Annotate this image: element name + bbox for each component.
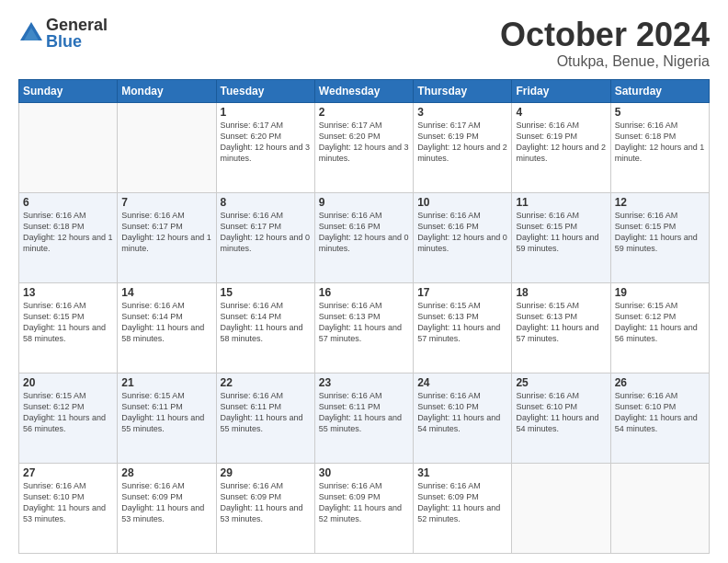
day-info: Sunrise: 6:16 AM Sunset: 6:19 PM Dayligh… [516,120,606,165]
day-number: 29 [221,466,311,479]
day-info: Sunrise: 6:15 AM Sunset: 6:12 PM Dayligh… [615,300,705,345]
day-number: 10 [417,196,507,209]
table-row: 10Sunrise: 6:16 AM Sunset: 6:16 PM Dayli… [414,192,512,282]
day-info: Sunrise: 6:16 AM Sunset: 6:10 PM Dayligh… [516,390,606,435]
day-number: 24 [417,376,507,389]
table-row: 14Sunrise: 6:16 AM Sunset: 6:14 PM Dayli… [118,282,216,373]
table-row: 26Sunrise: 6:16 AM Sunset: 6:10 PM Dayli… [610,373,709,463]
header-sunday: Sunday [19,79,118,102]
day-info: Sunrise: 6:15 AM Sunset: 6:12 PM Dayligh… [23,390,113,435]
day-number: 2 [319,106,409,119]
day-info: Sunrise: 6:17 AM Sunset: 6:20 PM Dayligh… [221,120,311,165]
day-number: 4 [516,106,606,119]
day-number: 11 [516,196,606,209]
header-monday: Monday [118,79,216,102]
table-row [118,102,216,192]
table-row: 18Sunrise: 6:15 AM Sunset: 6:13 PM Dayli… [512,282,610,373]
day-info: Sunrise: 6:17 AM Sunset: 6:20 PM Dayligh… [319,120,409,165]
table-row: 16Sunrise: 6:16 AM Sunset: 6:13 PM Dayli… [314,282,413,373]
table-row: 3Sunrise: 6:17 AM Sunset: 6:19 PM Daylig… [414,102,512,192]
calendar-week-row: 6Sunrise: 6:16 AM Sunset: 6:18 PM Daylig… [19,192,710,282]
table-row: 17Sunrise: 6:15 AM Sunset: 6:13 PM Dayli… [414,282,512,373]
table-row: 15Sunrise: 6:16 AM Sunset: 6:14 PM Dayli… [216,282,314,373]
day-info: Sunrise: 6:16 AM Sunset: 6:18 PM Dayligh… [23,210,113,255]
day-number: 5 [615,106,705,119]
day-info: Sunrise: 6:16 AM Sunset: 6:14 PM Dayligh… [121,300,211,345]
day-number: 3 [417,106,507,119]
day-info: Sunrise: 6:16 AM Sunset: 6:14 PM Dayligh… [221,300,311,345]
day-info: Sunrise: 6:16 AM Sunset: 6:10 PM Dayligh… [417,390,507,435]
calendar-table: Sunday Monday Tuesday Wednesday Thursday… [18,79,710,554]
day-number: 22 [221,376,311,389]
table-row: 13Sunrise: 6:16 AM Sunset: 6:15 PM Dayli… [19,282,118,373]
day-number: 6 [23,196,113,209]
day-number: 17 [417,286,507,299]
table-row: 19Sunrise: 6:15 AM Sunset: 6:12 PM Dayli… [610,282,709,373]
day-info: Sunrise: 6:16 AM Sunset: 6:16 PM Dayligh… [319,210,409,255]
table-row: 25Sunrise: 6:16 AM Sunset: 6:10 PM Dayli… [512,373,610,463]
day-number: 7 [121,196,211,209]
table-row: 28Sunrise: 6:16 AM Sunset: 6:09 PM Dayli… [118,463,216,553]
table-row: 22Sunrise: 6:16 AM Sunset: 6:11 PM Dayli… [216,373,314,463]
day-info: Sunrise: 6:15 AM Sunset: 6:13 PM Dayligh… [417,300,507,345]
day-number: 9 [319,196,409,209]
day-number: 21 [121,376,211,389]
title-month: October 2024 [500,17,710,53]
day-info: Sunrise: 6:15 AM Sunset: 6:13 PM Dayligh… [516,300,606,345]
table-row: 4Sunrise: 6:16 AM Sunset: 6:19 PM Daylig… [512,102,610,192]
table-row: 21Sunrise: 6:15 AM Sunset: 6:11 PM Dayli… [118,373,216,463]
day-info: Sunrise: 6:16 AM Sunset: 6:15 PM Dayligh… [615,210,705,255]
table-row: 5Sunrise: 6:16 AM Sunset: 6:18 PM Daylig… [610,102,709,192]
table-row [19,102,118,192]
header-thursday: Thursday [414,79,512,102]
day-info: Sunrise: 6:16 AM Sunset: 6:17 PM Dayligh… [121,210,211,255]
table-row: 6Sunrise: 6:16 AM Sunset: 6:18 PM Daylig… [19,192,118,282]
day-number: 28 [121,466,211,479]
table-row: 7Sunrise: 6:16 AM Sunset: 6:17 PM Daylig… [118,192,216,282]
day-number: 15 [221,286,311,299]
table-row: 11Sunrise: 6:16 AM Sunset: 6:15 PM Dayli… [512,192,610,282]
day-number: 23 [319,376,409,389]
table-row: 30Sunrise: 6:16 AM Sunset: 6:09 PM Dayli… [314,463,413,553]
day-info: Sunrise: 6:16 AM Sunset: 6:15 PM Dayligh… [23,300,113,345]
table-row: 23Sunrise: 6:16 AM Sunset: 6:11 PM Dayli… [314,373,413,463]
logo: General Blue [18,17,108,50]
day-info: Sunrise: 6:16 AM Sunset: 6:17 PM Dayligh… [221,210,311,255]
day-info: Sunrise: 6:16 AM Sunset: 6:13 PM Dayligh… [319,300,409,345]
day-number: 14 [121,286,211,299]
calendar-week-row: 1Sunrise: 6:17 AM Sunset: 6:20 PM Daylig… [19,102,710,192]
day-number: 30 [319,466,409,479]
day-info: Sunrise: 6:16 AM Sunset: 6:11 PM Dayligh… [221,390,311,435]
table-row: 24Sunrise: 6:16 AM Sunset: 6:10 PM Dayli… [414,373,512,463]
day-number: 13 [23,286,113,299]
day-number: 26 [615,376,705,389]
day-number: 31 [417,466,507,479]
table-row: 9Sunrise: 6:16 AM Sunset: 6:16 PM Daylig… [314,192,413,282]
day-info: Sunrise: 6:16 AM Sunset: 6:16 PM Dayligh… [417,210,507,255]
day-info: Sunrise: 6:16 AM Sunset: 6:10 PM Dayligh… [23,480,113,525]
page: General Blue October 2024 Otukpa, Benue,… [0,0,728,563]
header-friday: Friday [512,79,610,102]
day-info: Sunrise: 6:15 AM Sunset: 6:11 PM Dayligh… [121,390,211,435]
day-number: 25 [516,376,606,389]
day-number: 16 [319,286,409,299]
weekday-header-row: Sunday Monday Tuesday Wednesday Thursday… [19,79,710,102]
logo-text: General Blue [46,17,108,50]
table-row: 29Sunrise: 6:16 AM Sunset: 6:09 PM Dayli… [216,463,314,553]
day-info: Sunrise: 6:16 AM Sunset: 6:18 PM Dayligh… [615,120,705,165]
calendar-week-row: 13Sunrise: 6:16 AM Sunset: 6:15 PM Dayli… [19,282,710,373]
day-info: Sunrise: 6:16 AM Sunset: 6:09 PM Dayligh… [319,480,409,525]
day-info: Sunrise: 6:16 AM Sunset: 6:15 PM Dayligh… [516,210,606,255]
table-row: 2Sunrise: 6:17 AM Sunset: 6:20 PM Daylig… [314,102,413,192]
table-row: 8Sunrise: 6:16 AM Sunset: 6:17 PM Daylig… [216,192,314,282]
header-saturday: Saturday [610,79,709,102]
day-info: Sunrise: 6:16 AM Sunset: 6:09 PM Dayligh… [121,480,211,525]
day-number: 27 [23,466,113,479]
day-number: 8 [221,196,311,209]
header-wednesday: Wednesday [314,79,413,102]
calendar-week-row: 27Sunrise: 6:16 AM Sunset: 6:10 PM Dayli… [19,463,710,553]
logo-icon [18,20,44,46]
logo-blue-text: Blue [46,33,108,50]
table-row: 20Sunrise: 6:15 AM Sunset: 6:12 PM Dayli… [19,373,118,463]
header-tuesday: Tuesday [216,79,314,102]
